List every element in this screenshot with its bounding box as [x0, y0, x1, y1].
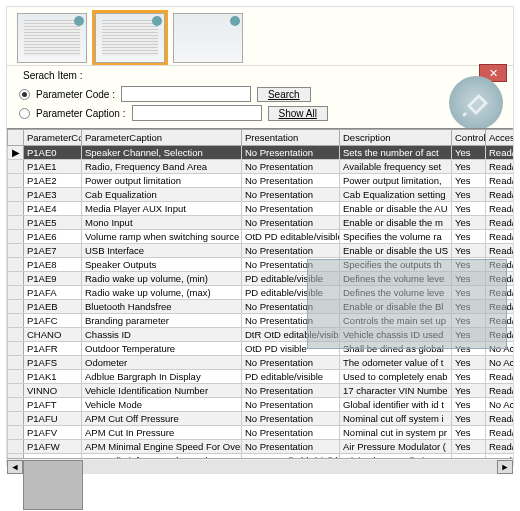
- cell-caption: Vehicle Mode: [82, 398, 242, 412]
- cell-presentation: No Presentation: [242, 426, 340, 440]
- input-parameter-code[interactable]: [121, 86, 251, 102]
- cell-code: P1AE6: [24, 230, 82, 244]
- horizontal-scrollbar[interactable]: ◄ ►: [7, 458, 513, 474]
- cell-presentation: No Presentation: [242, 146, 340, 160]
- row-handle: [8, 426, 24, 440]
- scroll-right-arrow[interactable]: ►: [497, 460, 513, 474]
- cell-code: P1AFW: [24, 440, 82, 454]
- table-row[interactable]: P1AE3Cab EqualizationNo PresentationCab …: [8, 188, 514, 202]
- row-handle: [8, 384, 24, 398]
- col-presentation[interactable]: Presentation: [242, 130, 340, 146]
- cell-control: Yes: [452, 398, 486, 412]
- col-control[interactable]: Control: [452, 130, 486, 146]
- cell-access: Read/Write: [486, 384, 514, 398]
- table-row[interactable]: P1AE9Radio wake up volume, (min)PD edita…: [8, 272, 514, 286]
- cell-description: Enable or disable the m: [340, 216, 452, 230]
- cell-code: P1AFC: [24, 314, 82, 328]
- cell-description: Shall be dined as global: [340, 342, 452, 356]
- table-row[interactable]: P1AE7USB InterfaceNo PresentationEnable …: [8, 244, 514, 258]
- scroll-thumb[interactable]: [23, 460, 83, 510]
- row-handle: [8, 398, 24, 412]
- cell-control: Yes: [452, 412, 486, 426]
- cell-access: Read/Write: [486, 370, 514, 384]
- input-parameter-caption[interactable]: [132, 105, 262, 121]
- cell-caption: Radio wake up volume, (max): [82, 286, 242, 300]
- cell-control: Yes: [452, 342, 486, 356]
- table-row[interactable]: P1AFVAPM Cut In PressureNo PresentationN…: [8, 426, 514, 440]
- cell-description: Specifies the volume ra: [340, 230, 452, 244]
- cell-control: Yes: [452, 272, 486, 286]
- radio-parameter-caption[interactable]: [19, 108, 30, 119]
- thumbnail-1[interactable]: [17, 13, 87, 63]
- table-row[interactable]: P1AE2Power output limitationNo Presentat…: [8, 174, 514, 188]
- thumbnail-2[interactable]: [95, 13, 165, 63]
- cell-access: No Access: [486, 342, 514, 356]
- table-row[interactable]: P1AEBBluetooth HandsfreeNo PresentationE…: [8, 300, 514, 314]
- cell-caption: Mono Input: [82, 216, 242, 230]
- table-row[interactable]: P1AFTVehicle ModeNo PresentationGlobal i…: [8, 398, 514, 412]
- cell-description: Global identifier with id t: [340, 398, 452, 412]
- cell-caption: APM Cut In Pressure: [82, 426, 242, 440]
- row-handle: [8, 412, 24, 426]
- cell-description: Controls the main set up: [340, 314, 452, 328]
- search-panel: ✕ Serach Item : Parameter Code : Search …: [7, 65, 513, 128]
- table-row[interactable]: P1AFROutdoor TemperatureOtD PD visibleSh…: [8, 342, 514, 356]
- thumbnail-3[interactable]: [173, 13, 243, 63]
- cell-control: Yes: [452, 384, 486, 398]
- cell-presentation: PD editable/visible: [242, 286, 340, 300]
- cell-presentation: OtD PD visible: [242, 342, 340, 356]
- cell-control: Yes: [452, 454, 486, 459]
- col-access-mode[interactable]: AccessMode: [486, 130, 514, 146]
- cell-caption: Adblue Bargraph In Display: [82, 370, 242, 384]
- table-row[interactable]: P1AE8Speaker OutputsNo PresentationSpeci…: [8, 258, 514, 272]
- table-row[interactable]: P1AE1Radio, Frequency Band AreaNo Presen…: [8, 160, 514, 174]
- cell-access: Read/Write: [486, 286, 514, 300]
- col-parameter-code[interactable]: ParameterCo: [24, 130, 82, 146]
- cell-presentation: No Presentation: [242, 202, 340, 216]
- cell-code: P1AFX: [24, 454, 82, 459]
- row-handle: [8, 328, 24, 342]
- cell-access: No Access: [486, 398, 514, 412]
- search-button[interactable]: Search: [257, 87, 311, 102]
- showall-button[interactable]: Show All: [268, 106, 328, 121]
- cell-presentation: PD editable/visible: [242, 272, 340, 286]
- row-handle: [8, 286, 24, 300]
- row-handle: [8, 342, 24, 356]
- row-handle: [8, 160, 24, 174]
- col-description[interactable]: Description: [340, 130, 452, 146]
- table-row[interactable]: CHANOChassis IDDtR OtD editable/visibleV…: [8, 328, 514, 342]
- table-row[interactable]: P1AFSOdometerNo PresentationThe odometer…: [8, 356, 514, 370]
- table-row[interactable]: P1AFWAPM Minimal Engine Speed For Overru…: [8, 440, 514, 454]
- table-row[interactable]: P1AK1Adblue Bargraph In DisplayPD editab…: [8, 370, 514, 384]
- row-handle: [8, 314, 24, 328]
- scroll-left-arrow[interactable]: ◄: [7, 460, 23, 474]
- cell-presentation: DtR OtD editable/visible: [242, 328, 340, 342]
- thumbnail-strip: [7, 7, 513, 65]
- table-row[interactable]: ▶P1AE0Speaker Channel, SelectionNo Prese…: [8, 146, 514, 160]
- row-handle: [8, 258, 24, 272]
- cell-control: Yes: [452, 426, 486, 440]
- col-parameter-caption[interactable]: ParameterCaption: [82, 130, 242, 146]
- radio-parameter-code[interactable]: [19, 89, 30, 100]
- table-row[interactable]: P1AFARadio wake up volume, (max)PD edita…: [8, 286, 514, 300]
- table-row[interactable]: P1AFUAPM Cut Off PressureNo Presentation…: [8, 412, 514, 426]
- cell-presentation: No Presentation: [242, 160, 340, 174]
- table-row[interactable]: P1AFXTorque limit for overtake modeOtD P…: [8, 454, 514, 459]
- col-handle[interactable]: [8, 130, 24, 146]
- table-row[interactable]: P1AE6Volume ramp when switching sourceOt…: [8, 230, 514, 244]
- table-row[interactable]: P1AFCBranding parameterNo PresentationCo…: [8, 314, 514, 328]
- cell-caption: Cab Equalization: [82, 188, 242, 202]
- cell-control: Yes: [452, 300, 486, 314]
- row-handle: [8, 356, 24, 370]
- cell-access: Read/Write: [486, 412, 514, 426]
- cell-control: Yes: [452, 258, 486, 272]
- cell-code: P1AFR: [24, 342, 82, 356]
- cell-code: CHANO: [24, 328, 82, 342]
- scroll-track[interactable]: [23, 460, 497, 474]
- table-row[interactable]: P1AE5Mono InputNo PresentationEnable or …: [8, 216, 514, 230]
- cell-control: Yes: [452, 230, 486, 244]
- cell-control: Yes: [452, 370, 486, 384]
- table-row[interactable]: P1AE4Media Player AUX InputNo Presentati…: [8, 202, 514, 216]
- cell-caption: Volume ramp when switching source: [82, 230, 242, 244]
- table-row[interactable]: VINNOVehicle Identification NumberNo Pre…: [8, 384, 514, 398]
